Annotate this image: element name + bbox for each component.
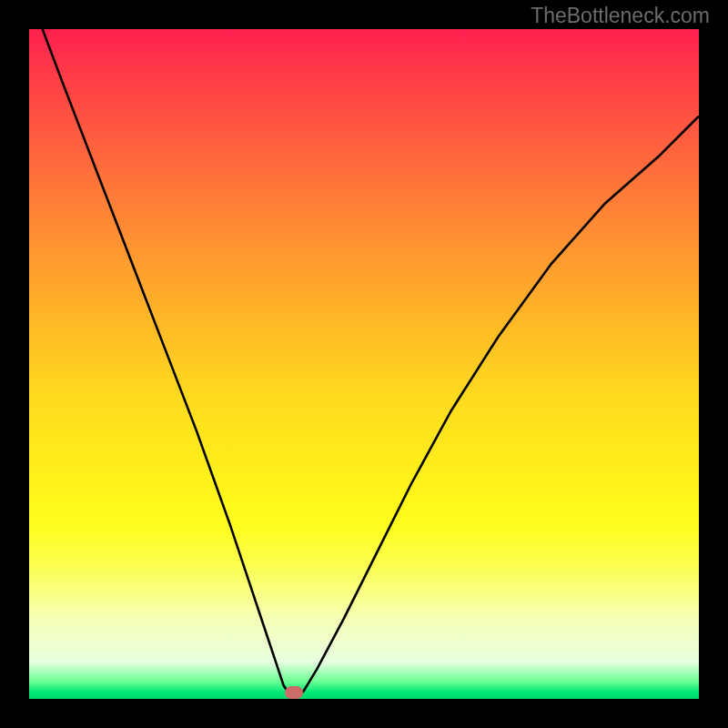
watermark-text: TheBottleneck.com [531, 4, 710, 28]
optimal-point-marker [285, 686, 303, 699]
plot-area [29, 29, 699, 699]
curve-path [43, 29, 699, 698]
bottleneck-curve [29, 29, 699, 699]
chart-frame: TheBottleneck.com [0, 0, 728, 728]
